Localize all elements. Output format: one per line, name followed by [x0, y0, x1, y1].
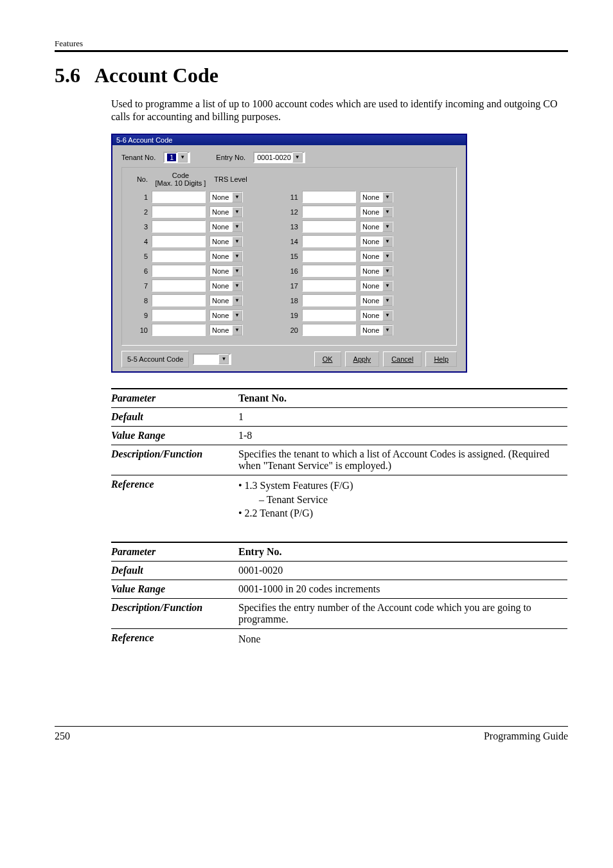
chevron-down-icon[interactable]: ▼: [382, 325, 393, 335]
param-value: 0001-0020: [238, 565, 283, 576]
trs-level-dropdown[interactable]: None▼: [360, 221, 393, 232]
chevron-down-icon[interactable]: ▼: [382, 207, 393, 217]
code-input[interactable]: [302, 279, 356, 292]
code-input[interactable]: [302, 206, 356, 218]
trs-level-dropdown[interactable]: None▼: [360, 324, 393, 335]
ok-button[interactable]: OK: [314, 351, 341, 367]
chevron-down-icon[interactable]: ▼: [382, 266, 393, 276]
col-no-header: No.: [127, 175, 152, 183]
trs-level-dropdown[interactable]: None▼: [209, 236, 243, 247]
chevron-down-icon[interactable]: ▼: [232, 236, 242, 247]
trs-level-dropdown[interactable]: None▼: [209, 251, 243, 261]
tenant-no-dropdown[interactable]: 1 ▼: [163, 152, 190, 163]
row-number: 11: [281, 193, 302, 201]
trs-level-dropdown[interactable]: None▼: [209, 295, 243, 306]
chevron-down-icon[interactable]: ▼: [382, 281, 393, 291]
chevron-down-icon[interactable]: ▼: [382, 251, 393, 261]
trs-level-dropdown[interactable]: None▼: [209, 280, 243, 291]
code-input[interactable]: [152, 235, 206, 247]
parameter-table: ParameterTenant No.Default1Value Range1-…: [111, 388, 567, 524]
code-input[interactable]: [302, 220, 356, 233]
trs-level-dropdown[interactable]: None▼: [209, 191, 243, 202]
code-input[interactable]: [152, 294, 206, 306]
entry-no-value: 0001-0020: [257, 154, 291, 161]
chevron-down-icon[interactable]: ▼: [382, 310, 393, 321]
trs-level-dropdown[interactable]: None▼: [360, 265, 393, 276]
chevron-down-icon[interactable]: ▼: [232, 266, 242, 276]
entry-no-label: Entry No.: [216, 154, 245, 161]
rule-top: [55, 50, 568, 52]
row-number: 13: [281, 223, 302, 231]
trs-level-dropdown[interactable]: None▼: [360, 236, 393, 247]
sheet-dropdown[interactable]: ▼: [193, 353, 231, 365]
chevron-down-icon[interactable]: ▼: [218, 354, 229, 364]
entry-no-dropdown[interactable]: 0001-0020 ▼: [253, 152, 305, 163]
cancel-button[interactable]: Cancel: [383, 351, 422, 367]
code-input[interactable]: [302, 265, 356, 277]
code-input[interactable]: [152, 191, 206, 203]
trs-level-dropdown[interactable]: None▼: [209, 206, 243, 217]
code-input[interactable]: [152, 206, 206, 218]
apply-button[interactable]: Apply: [345, 351, 380, 367]
param-label: Reference: [111, 632, 238, 644]
reference-entry: – Tenant Service: [238, 493, 567, 507]
code-input[interactable]: [152, 279, 206, 292]
table-row: 6None▼16None▼: [127, 265, 451, 277]
code-input[interactable]: [302, 309, 356, 321]
chevron-down-icon[interactable]: ▼: [232, 310, 242, 321]
chevron-down-icon[interactable]: ▼: [382, 192, 393, 202]
section-title: Account Code: [94, 64, 218, 87]
code-input[interactable]: [152, 250, 206, 262]
sheet-tab[interactable]: 5-5 Account Code: [121, 351, 189, 368]
trs-level-dropdown[interactable]: None▼: [360, 295, 393, 306]
row-number: 3: [127, 223, 152, 231]
page-footer: 250 Programming Guide: [55, 726, 568, 742]
row-number: 2: [127, 208, 152, 216]
param-label: Description/Function: [111, 602, 238, 614]
window-body: Tenant No. 1 ▼ Entry No. 0001-0020 ▼ No.…: [112, 145, 466, 371]
chevron-down-icon[interactable]: ▼: [232, 222, 242, 232]
code-input[interactable]: [302, 235, 356, 247]
trs-level-dropdown[interactable]: None▼: [360, 191, 393, 202]
section-number: 5.6: [55, 64, 80, 87]
chevron-down-icon[interactable]: ▼: [232, 281, 242, 291]
row-number: 10: [127, 326, 152, 334]
param-label: Description/Function: [111, 448, 238, 460]
chevron-down-icon[interactable]: ▼: [177, 152, 188, 163]
chevron-down-icon[interactable]: ▼: [232, 207, 242, 217]
chevron-down-icon[interactable]: ▼: [382, 296, 393, 306]
param-value: Specifies the tenant to which a list of …: [238, 448, 549, 471]
code-input[interactable]: [152, 220, 206, 233]
col-code-subheader: [Max. 10 Digits ]: [155, 179, 206, 187]
code-input[interactable]: [302, 250, 356, 262]
code-input[interactable]: [152, 309, 206, 321]
trs-level-dropdown[interactable]: None▼: [209, 310, 243, 321]
code-input[interactable]: [302, 324, 356, 336]
trs-level-dropdown[interactable]: None▼: [209, 324, 243, 335]
trs-level-dropdown[interactable]: None▼: [360, 280, 393, 291]
chevron-down-icon[interactable]: ▼: [382, 222, 393, 232]
param-label: Default: [111, 411, 238, 423]
reference-entry: • 2.2 Tenant (P/G): [238, 506, 567, 520]
chevron-down-icon[interactable]: ▼: [382, 236, 393, 247]
reference-entry: None: [238, 632, 567, 646]
code-input[interactable]: [152, 265, 206, 277]
trs-level-dropdown[interactable]: None▼: [360, 206, 393, 217]
sheet-tab-label: 5-5 Account Code: [127, 355, 183, 363]
trs-level-dropdown[interactable]: None▼: [209, 265, 243, 276]
chevron-down-icon[interactable]: ▼: [232, 251, 242, 261]
chevron-down-icon[interactable]: ▼: [232, 296, 242, 306]
trs-level-dropdown[interactable]: None▼: [209, 221, 243, 232]
table-row: 2None▼12None▼: [127, 206, 451, 218]
code-input[interactable]: [152, 324, 206, 336]
trs-level-dropdown[interactable]: None▼: [360, 310, 393, 321]
code-input[interactable]: [302, 294, 356, 306]
row-number: 12: [281, 208, 302, 216]
help-button[interactable]: Help: [425, 351, 457, 367]
trs-level-dropdown[interactable]: None▼: [360, 251, 393, 261]
chevron-down-icon[interactable]: ▼: [232, 325, 242, 335]
chevron-down-icon[interactable]: ▼: [232, 192, 242, 202]
code-input[interactable]: [302, 191, 356, 203]
chevron-down-icon[interactable]: ▼: [292, 152, 303, 163]
parameter-table: ParameterEntry No.Default0001-0020Value …: [111, 542, 567, 650]
